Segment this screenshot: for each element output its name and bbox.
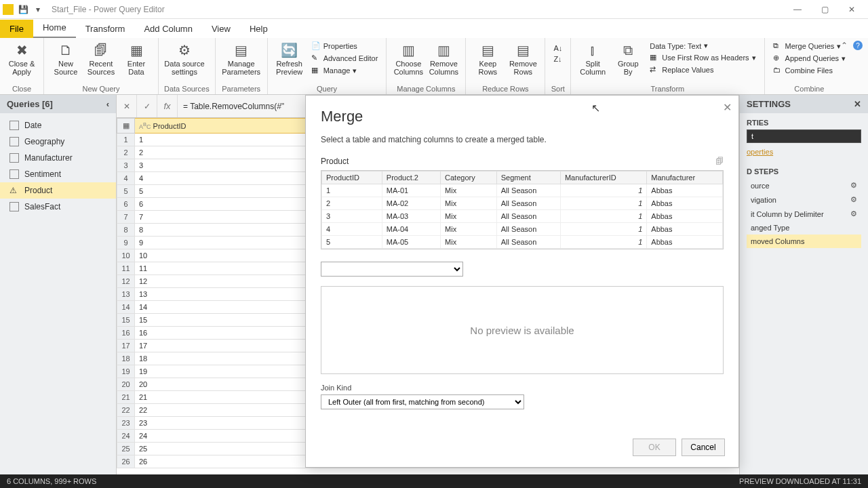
maximize-button[interactable]: ▢ — [811, 0, 838, 19]
join-kind-select[interactable]: Left Outer (all from first, matching fro… — [321, 394, 524, 409]
preview-cell[interactable]: Mix — [441, 223, 497, 236]
preview-header[interactable]: ProductID — [322, 171, 382, 184]
row-number[interactable]: 22 — [117, 404, 135, 417]
gear-icon[interactable]: ⚙ — [850, 209, 857, 218]
row-number[interactable]: 26 — [117, 455, 135, 468]
dialog-close-icon[interactable]: ✕ — [723, 101, 732, 114]
preview-cell[interactable]: 4 — [322, 223, 382, 236]
row-number[interactable]: 20 — [117, 378, 135, 391]
formula-text[interactable]: = Table.RemoveColumns(#" — [178, 102, 290, 111]
cancel-button[interactable]: Cancel — [682, 439, 725, 456]
preview-cell[interactable]: Abbas — [647, 184, 723, 197]
tab-file[interactable]: File — [0, 20, 33, 38]
query-item-product[interactable]: ⚠Product — [0, 182, 116, 199]
preview-cell[interactable]: All Season — [496, 236, 560, 249]
preview-cell[interactable]: MA-04 — [382, 223, 440, 236]
applied-step[interactable]: moved Columns — [747, 235, 861, 248]
preview-header[interactable]: ManufacturerID — [560, 171, 646, 184]
keep-rows-button[interactable]: ▤Keep Rows — [471, 39, 504, 76]
merge-queries-button[interactable]: ⧉Merge Queries ▾ — [770, 41, 849, 52]
query-item-geography[interactable]: Geography — [0, 134, 116, 150]
row-number[interactable]: 18 — [117, 352, 135, 365]
refresh-preview-button[interactable]: 🔄Refresh Preview — [273, 39, 306, 76]
preview-cell[interactable]: 1 — [560, 184, 646, 197]
query-name-input[interactable] — [747, 129, 861, 143]
minimize-button[interactable]: — — [784, 0, 811, 19]
preview-cell[interactable]: Mix — [441, 197, 497, 210]
preview-cell[interactable]: All Season — [496, 197, 560, 210]
sort-desc-button[interactable]: Z↓ — [551, 54, 565, 64]
first-row-headers-button[interactable]: ▦Use First Row as Headers ▾ — [647, 52, 758, 63]
query-item-date[interactable]: Date — [0, 117, 116, 134]
expand-icon[interactable]: 🗐 — [715, 157, 724, 166]
preview-cell[interactable]: Mix — [441, 184, 497, 197]
row-number[interactable]: 13 — [117, 288, 135, 301]
preview-cell[interactable]: MA-01 — [382, 184, 440, 197]
ok-button[interactable]: OK — [633, 439, 676, 456]
gear-icon[interactable]: ⚙ — [850, 181, 857, 190]
close-apply-button[interactable]: ✖Close & Apply — [5, 39, 38, 76]
applied-step[interactable]: anged Type — [747, 221, 861, 235]
preview-header[interactable]: Segment — [496, 171, 560, 184]
close-button[interactable]: ✕ — [838, 0, 865, 19]
help-icon[interactable]: ? — [853, 41, 863, 50]
row-number[interactable]: 24 — [117, 430, 135, 443]
qat-dropdown-icon[interactable]: ▾ — [33, 4, 43, 15]
row-number[interactable]: 23 — [117, 417, 135, 430]
row-number[interactable]: 8 — [117, 224, 135, 237]
row-number[interactable]: 4 — [117, 172, 135, 185]
split-column-button[interactable]: ⫿Split Column — [576, 39, 609, 76]
remove-rows-button[interactable]: ▤Remove Rows — [507, 39, 539, 76]
dialog-preview-table[interactable]: ProductIDProduct.2CategorySegmentManufac… — [321, 170, 724, 249]
tab-home[interactable]: Home — [33, 18, 76, 38]
row-number[interactable]: 15 — [117, 314, 135, 327]
preview-cell[interactable]: Mix — [441, 210, 497, 223]
new-source-button[interactable]: 🗋New Source — [50, 39, 82, 76]
remove-columns-button[interactable]: ▥Remove Columns — [427, 39, 460, 76]
preview-cell[interactable]: All Season — [496, 210, 560, 223]
query-item-manufacturer[interactable]: Manufacturer — [0, 150, 116, 166]
accept-formula-button[interactable]: ✓ — [137, 95, 157, 117]
row-number[interactable]: 14 — [117, 301, 135, 314]
manage-button[interactable]: ▦Manage ▾ — [309, 65, 381, 76]
second-table-select[interactable] — [321, 262, 463, 277]
row-number[interactable]: 11 — [117, 262, 135, 275]
replace-values-button[interactable]: ⇄Replace Values — [647, 64, 758, 75]
preview-cell[interactable]: All Season — [496, 184, 560, 197]
preview-cell[interactable]: All Season — [496, 223, 560, 236]
append-queries-button[interactable]: ⊕Append Queries ▾ — [770, 53, 849, 64]
tab-transform[interactable]: Transform — [76, 20, 135, 38]
row-number[interactable]: 16 — [117, 327, 135, 340]
row-number[interactable]: 6 — [117, 198, 135, 211]
row-number[interactable]: 9 — [117, 237, 135, 249]
preview-cell[interactable]: 1 — [560, 236, 646, 249]
manage-parameters-button[interactable]: ▤Manage Parameters — [221, 39, 262, 76]
preview-cell[interactable]: 3 — [322, 210, 382, 223]
collapse-queries-icon[interactable]: ‹ — [106, 99, 109, 109]
row-number[interactable]: 21 — [117, 391, 135, 404]
row-number[interactable]: 1 — [117, 134, 135, 146]
row-number[interactable]: 7 — [117, 211, 135, 224]
gear-icon[interactable]: ⚙ — [850, 195, 857, 204]
tab-help[interactable]: Help — [240, 20, 277, 38]
fx-icon[interactable]: fx — [157, 95, 178, 117]
query-item-salesfact[interactable]: SalesFact — [0, 199, 116, 215]
row-number[interactable]: 25 — [117, 443, 135, 455]
collapse-ribbon-icon[interactable]: ⌃ — [841, 41, 848, 50]
applied-step[interactable]: ource⚙ — [747, 178, 861, 192]
preview-header[interactable]: Manufacturer — [647, 171, 723, 184]
preview-cell[interactable]: Abbas — [647, 236, 723, 249]
row-number[interactable]: 2 — [117, 146, 135, 159]
properties-button[interactable]: 📄Properties — [309, 41, 381, 52]
combine-files-button[interactable]: 🗀Combine Files — [770, 65, 849, 76]
data-type-button[interactable]: Data Type: Text ▾ — [647, 41, 758, 51]
preview-cell[interactable]: Mix — [441, 236, 497, 249]
row-number[interactable]: 17 — [117, 340, 135, 352]
close-settings-icon[interactable]: ✕ — [854, 99, 861, 109]
preview-cell[interactable]: 1 — [560, 197, 646, 210]
group-by-button[interactable]: ⧉Group By — [612, 39, 644, 76]
preview-cell[interactable]: MA-05 — [382, 236, 440, 249]
row-number[interactable]: 12 — [117, 275, 135, 288]
row-number[interactable]: 19 — [117, 365, 135, 378]
enter-data-button[interactable]: ▦Enter Data — [120, 39, 153, 76]
